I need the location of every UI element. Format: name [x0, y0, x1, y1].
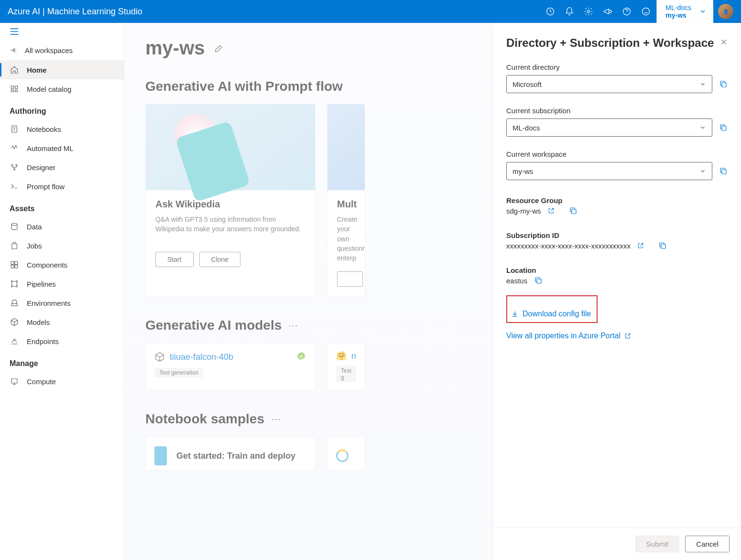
sidebar-item-label: Compute [27, 377, 56, 386]
sidebar-back[interactable]: All workspaces [0, 40, 124, 60]
copy-icon[interactable] [534, 276, 543, 285]
viewall-label: View all properties in Azure Portal [506, 332, 621, 340]
clone-button[interactable]: Clone [199, 252, 241, 267]
sidebar-item-promptflow[interactable]: Prompt flow [0, 177, 124, 196]
sidebar-item-environments[interactable]: Environments [0, 293, 124, 312]
card-title: Ask Wikipedia [155, 199, 305, 210]
copy-icon[interactable] [719, 80, 728, 88]
model-card-partial[interactable]: 🤗 n Text g [327, 343, 365, 390]
sidebar-item-label: Automated ML [27, 144, 74, 152]
svg-rect-24 [722, 83, 726, 87]
model-name: tiiuae-falcon-40b [170, 352, 233, 362]
rg-value: sdg-my-ws [506, 207, 541, 215]
sidebar-item-label: Models [27, 318, 50, 326]
sidebar-item-models[interactable]: Models [0, 312, 124, 332]
gear-icon[interactable] [584, 7, 593, 16]
hamburger-icon[interactable] [10, 28, 19, 35]
more-icon[interactable]: ⋯ [271, 413, 282, 425]
field-label-directory: Current directory [506, 63, 728, 71]
field-label-workspace: Current workspace [506, 150, 728, 158]
sidebar-item-jobs[interactable]: Jobs [0, 236, 124, 255]
jobs-icon [10, 241, 19, 250]
directory-value: Microsoft [512, 80, 542, 88]
sidebar-item-notebooks[interactable]: Notebooks [0, 119, 124, 139]
chevron-down-icon [699, 8, 707, 15]
avatar[interactable]: 👤 [718, 4, 733, 19]
notebook-card[interactable]: Get started: Train and deploy [145, 436, 316, 471]
external-link-icon [624, 333, 631, 339]
designer-icon [10, 162, 19, 172]
smile-icon[interactable] [641, 7, 651, 16]
subscription-value: ML-docs [512, 124, 540, 132]
workspace-panel: Directory + Subscription + Workspace Cur… [492, 23, 741, 560]
svg-rect-25 [722, 126, 726, 130]
notebook-icon [10, 124, 19, 134]
model-name: n [351, 351, 356, 361]
copy-icon[interactable] [569, 206, 578, 215]
close-icon[interactable] [720, 38, 728, 46]
subscription-select[interactable]: ML-docs [506, 118, 712, 137]
download-config-link[interactable]: Download config file [511, 310, 591, 318]
chevron-down-icon [699, 81, 706, 87]
view-all-properties-link[interactable]: View all properties in Azure Portal [506, 332, 631, 340]
cancel-button[interactable]: Cancel [685, 536, 730, 552]
ws-switch-directory: ML-docs [665, 4, 691, 11]
sidebar-item-label: Components [27, 261, 67, 269]
model-card-falcon[interactable]: tiiuae-falcon-40b Text generation [145, 343, 316, 390]
sidebar-item-automl[interactable]: Automated ML [0, 139, 124, 158]
sidebar-item-data[interactable]: Data [0, 217, 124, 236]
clock-icon[interactable] [545, 7, 555, 16]
svg-rect-14 [15, 261, 18, 264]
svg-rect-5 [15, 86, 18, 88]
sidebar-item-designer[interactable]: Designer [0, 158, 124, 177]
chevron-down-icon [699, 168, 706, 174]
sample-card-ask-wikipedia[interactable]: Ask Wikipedia Q&A with GPT3.5 using info… [145, 104, 316, 297]
copy-icon[interactable] [719, 123, 728, 132]
notebook-card-partial[interactable] [327, 436, 365, 471]
svg-point-18 [16, 280, 18, 282]
start-button[interactable]: Start [155, 252, 194, 267]
svg-rect-29 [537, 279, 541, 283]
copy-icon[interactable] [719, 167, 728, 175]
submit-button[interactable]: Submit [635, 536, 680, 552]
help-icon[interactable] [622, 7, 632, 16]
workspace-switcher[interactable]: ML-docs my-ws [656, 0, 713, 23]
sidebar-item-compute[interactable]: Compute [0, 372, 124, 391]
external-link-icon[interactable] [548, 207, 555, 214]
pipelines-icon [10, 279, 19, 289]
ws-switch-workspace: my-ws [665, 11, 691, 19]
environments-icon [10, 298, 19, 308]
card-title: Mult [337, 199, 355, 210]
start-button[interactable] [337, 271, 363, 287]
edit-icon[interactable] [214, 43, 224, 54]
workspace-value: my-ws [512, 167, 533, 175]
sidebar-item-components[interactable]: Components [0, 255, 124, 274]
panel-title: Directory + Subscription + Workspace [506, 36, 720, 50]
sample-card-multi[interactable]: Mult Create your own questionnaire enter… [327, 104, 365, 297]
copy-icon[interactable] [658, 241, 667, 250]
bell-icon[interactable] [565, 7, 574, 16]
sidebar-item-model-catalog[interactable]: Model catalog [0, 79, 124, 98]
external-link-icon[interactable] [637, 242, 644, 249]
svg-point-10 [16, 164, 17, 166]
notebook-title: Get started: Train and deploy [176, 451, 295, 461]
section-genai-models-title: Generative AI models [145, 318, 282, 333]
workspace-select[interactable]: my-ws [506, 162, 712, 180]
sidebar-item-pipelines[interactable]: Pipelines [0, 274, 124, 293]
download-label: Download config file [523, 310, 591, 318]
sidebar-item-label: Notebooks [27, 125, 61, 133]
download-icon [511, 310, 519, 318]
svg-point-12 [11, 223, 17, 226]
more-icon[interactable]: ⋯ [288, 320, 299, 331]
sidebar-item-endpoints[interactable]: Endpoints [0, 332, 124, 351]
svg-rect-23 [11, 379, 17, 383]
loc-value: eastus [506, 277, 527, 285]
bottle-icon [154, 446, 167, 465]
components-icon [10, 260, 19, 269]
home-icon [10, 65, 19, 75]
sidebar-item-home[interactable]: Home [0, 60, 124, 79]
svg-rect-26 [722, 170, 726, 174]
megaphone-icon[interactable] [603, 7, 612, 16]
directory-select[interactable]: Microsoft [506, 75, 712, 93]
verified-icon [296, 351, 306, 363]
